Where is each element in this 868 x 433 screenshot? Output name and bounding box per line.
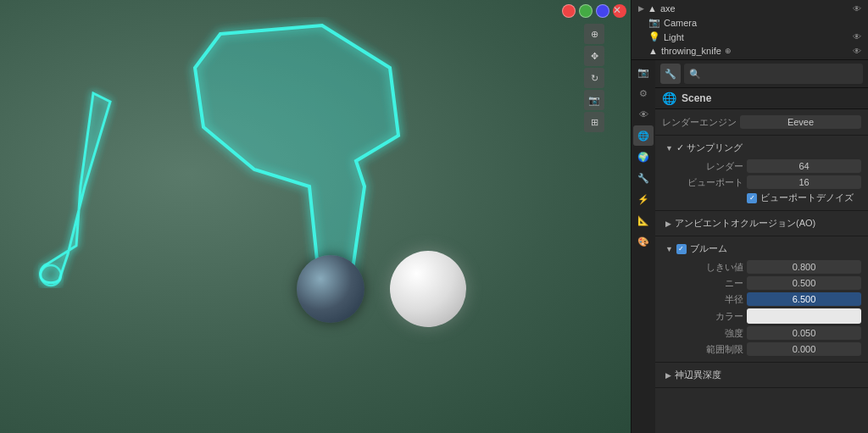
scene-title: Scene xyxy=(682,92,711,104)
render-value[interactable]: 64 xyxy=(747,159,861,173)
knee-row: ニー 0.500 xyxy=(662,276,861,290)
viewport-icon-grid[interactable]: ⊞ xyxy=(584,112,604,132)
tab-material[interactable]: 🎨 xyxy=(633,231,654,252)
extra-section: ▶ 神辺異深度 xyxy=(655,363,868,388)
search-input[interactable] xyxy=(684,64,863,84)
sampling-title: ✓ サンプリング xyxy=(676,142,743,154)
sampling-header[interactable]: ▼ ✓ サンプリング xyxy=(662,139,861,157)
intensity-label: 強度 xyxy=(676,327,743,340)
axe-icon: ▲ xyxy=(648,3,657,14)
threshold-value[interactable]: 0.800 xyxy=(747,260,861,274)
render-engine-value[interactable]: Eevee xyxy=(740,115,861,129)
extra-tri: ▶ xyxy=(665,371,671,380)
tab-output[interactable]: ⚙ xyxy=(633,83,654,103)
tri-icon: ▶ xyxy=(638,4,644,13)
right-inner: 📷 ⚙ 👁 🌐 🌍 🔧 ⚡ 📐 🎨 🔧 🌐 xyxy=(632,60,868,433)
radius-row: 半径 6.500 xyxy=(662,292,861,306)
render-label: レンダー xyxy=(676,160,743,173)
render-row: レンダー 64 xyxy=(662,159,861,173)
ao-title: アンビエントオクルージョン(AO) xyxy=(675,217,815,230)
viewport-side-icons: ⊕ ✥ ↻ 📷 ⊞ xyxy=(584,24,604,132)
viewport-denoise-label: ビューポートデノイズ xyxy=(760,192,854,204)
nav-circle-red xyxy=(562,4,576,18)
viewport-icon-move[interactable]: ✥ xyxy=(584,46,604,66)
knee-label: ニー xyxy=(676,277,743,290)
viewport-sampling-value[interactable]: 16 xyxy=(747,175,861,189)
outliner-item-camera[interactable]: 📷 Camera xyxy=(635,15,865,30)
viewport-icon-rotate[interactable]: ↻ xyxy=(584,68,604,88)
nav-circle-blue xyxy=(596,4,609,18)
eye-icon-knife[interactable]: 👁 xyxy=(853,47,861,56)
render-engine-label: レンダーエンジン xyxy=(662,116,737,129)
knife-icon: ▲ xyxy=(648,46,658,56)
radius-value[interactable]: 6.500 xyxy=(747,292,861,306)
viewport-denoise-row: ✓ ビューポートデノイズ xyxy=(662,192,861,204)
props-content: 🔧 🌐 Scene レンダーエンジン Eevee xyxy=(655,60,868,433)
bloom-header[interactable]: ▼ ✓ ブルーム xyxy=(662,240,861,258)
viewport-icon-camera[interactable]: 📷 xyxy=(584,90,604,110)
camera-icon: 📷 xyxy=(648,17,660,28)
outliner-light-label: Light xyxy=(664,32,684,42)
viewport-icon-cursor[interactable]: ⊕ xyxy=(584,24,604,44)
light-icon: 💡 xyxy=(648,31,660,42)
sampling-section: ▼ ✓ サンプリング レンダー 64 ビューポート 16 ✓ xyxy=(655,136,868,211)
bloom-section: ▼ ✓ ブルーム しきい値 0.800 ニー 0.500 xyxy=(655,236,868,363)
viewport-denoise-checkbox[interactable]: ✓ xyxy=(747,193,757,203)
sampling-tri: ▼ xyxy=(665,144,673,153)
intensity-row: 強度 0.050 xyxy=(662,326,861,340)
tab-viewlayer[interactable]: 👁 xyxy=(633,104,654,125)
knife-extra-icon: ⊕ xyxy=(725,47,732,55)
viewport-sampling-label: ビューポート xyxy=(676,176,743,189)
clamp-row: 範囲制限 0.000 xyxy=(662,342,861,356)
outliner-item-light[interactable]: 💡 Light 👁 xyxy=(635,30,865,44)
tab-world[interactable]: 🌍 xyxy=(633,147,654,167)
clamp-value[interactable]: 0.000 xyxy=(747,342,861,356)
tab-data[interactable]: 📐 xyxy=(633,210,654,230)
eye-icon-light[interactable]: 👁 xyxy=(853,32,861,42)
ao-header[interactable]: ▶ アンビエントオクルージョン(AO) xyxy=(662,214,861,232)
outliner-item-throwing-knife[interactable]: ▲ throwing_knife ⊕ 👁 xyxy=(635,44,865,58)
tab-scene[interactable]: 🌐 xyxy=(633,125,654,146)
tab-render[interactable]: 📷 xyxy=(633,62,654,82)
props-icon[interactable]: 🔧 xyxy=(660,64,681,84)
scene-header: 🌐 Scene xyxy=(655,88,868,109)
sphere-earth xyxy=(297,255,364,323)
sphere-white xyxy=(390,251,466,327)
tab-modifier[interactable]: ⚡ xyxy=(633,189,654,209)
nav-circles: ✕ xyxy=(562,4,626,18)
viewport-area: ✕ ⊕ ✥ ↻ 📷 ⊞ ⚬ Material.001 2 ♡ xyxy=(0,0,631,433)
nav-circle-green xyxy=(579,4,593,18)
tab-object[interactable]: 🔧 xyxy=(633,168,654,188)
intensity-value[interactable]: 0.050 xyxy=(747,326,861,340)
outliner-section: ▶ ▲ axe 👁 📷 Camera 💡 Light 👁 ▲ throwing_… xyxy=(632,0,868,60)
extra-header[interactable]: ▶ 神辺異深度 xyxy=(662,366,861,384)
search-bar: 🔧 xyxy=(655,60,868,88)
bloom-checkbox[interactable]: ✓ xyxy=(676,244,687,254)
viewport-nav-gizmo: ✕ ⊕ ✥ ↻ 📷 ⊞ xyxy=(562,4,626,132)
render-engine-section: レンダーエンジン Eevee xyxy=(655,109,868,136)
props-tabs: 📷 ⚙ 👁 🌐 🌍 🔧 ⚡ 📐 🎨 xyxy=(632,60,655,433)
axe-shape xyxy=(153,17,424,339)
bloom-title: ブルーム xyxy=(690,242,727,255)
viewport-bg[interactable]: ✕ ⊕ ✥ ↻ 📷 ⊞ xyxy=(0,0,631,433)
nav-circle-close[interactable]: ✕ xyxy=(613,4,626,18)
outliner-item-axe[interactable]: ▶ ▲ axe 👁 xyxy=(635,2,865,15)
radius-label: 半径 xyxy=(676,293,743,306)
threshold-label: しきい値 xyxy=(676,261,743,274)
color-row: カラー xyxy=(662,308,861,324)
outliner-camera-label: Camera xyxy=(664,18,697,28)
render-engine-row: レンダーエンジン Eevee xyxy=(662,115,861,129)
eye-icon-axe[interactable]: 👁 xyxy=(853,4,861,14)
bloom-tri: ▼ xyxy=(665,245,673,253)
clamp-label: 範囲制限 xyxy=(676,343,743,356)
outliner-axe-label: axe xyxy=(660,3,676,14)
ao-tri: ▶ xyxy=(665,219,671,228)
knee-value[interactable]: 0.500 xyxy=(747,276,861,290)
right-panel: ▶ ▲ axe 👁 📷 Camera 💡 Light 👁 ▲ throwing_… xyxy=(631,0,868,433)
color-label: カラー xyxy=(676,310,743,323)
viewport-row: ビューポート 16 xyxy=(662,175,861,189)
extra-title: 神辺異深度 xyxy=(675,369,721,381)
outliner-knife-label: throwing_knife xyxy=(661,46,721,56)
scene-icon: 🌐 xyxy=(662,92,676,105)
color-value[interactable] xyxy=(747,308,861,324)
